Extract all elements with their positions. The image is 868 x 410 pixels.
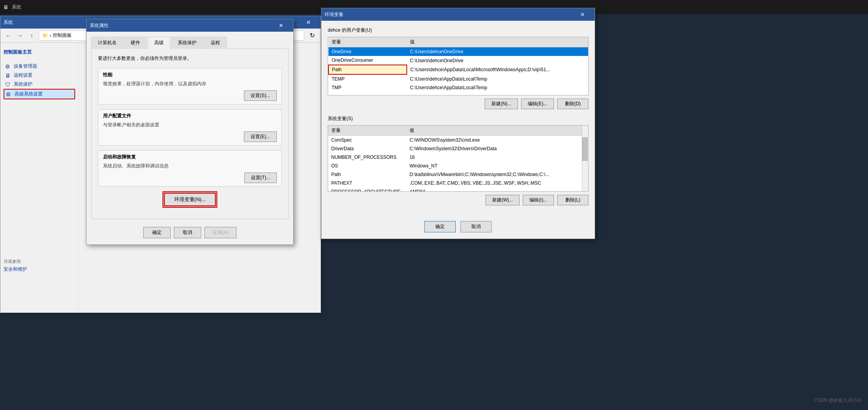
sys-var-value-1[interactable]: C:\Windows\System32\Drivers\DriverData [406, 144, 588, 153]
sys-props-controls: ✕ [272, 19, 290, 32]
startup-label: 启动和故障恢复 [103, 154, 277, 160]
sys-props-close[interactable]: ✕ [272, 19, 290, 32]
performance-settings-button[interactable]: 设置(S)... [244, 90, 277, 101]
user-var-value-4[interactable]: C:\Users\dehce\AppData\Local\Temp [407, 83, 588, 92]
see-also-title: 另请参阅 [4, 259, 318, 264]
close-button[interactable]: ✕ [300, 16, 318, 29]
see-also-security[interactable]: 安全和维护 [4, 266, 318, 273]
up-button[interactable]: ↑ [27, 31, 36, 40]
cp-sidebar: 控制面板主页 ⚙ 设备管理器 🖥 远程设置 🛡 系统保护 ⚙ 高级系统设置 [0, 43, 79, 313]
sys-vars-scrollbar-thumb[interactable] [582, 137, 588, 161]
sidebar-item-label: 远程设置 [14, 72, 32, 79]
user-var-name-2[interactable]: Path [328, 65, 407, 74]
env-ok-button[interactable]: 确定 [424, 221, 456, 232]
watermark: CSDN @@嵌入式小白 [814, 397, 862, 404]
performance-section: 性能 视觉效果，处理器计划，内存使用，以及虚拟内存 设置(S)... [98, 68, 282, 104]
sys-vars-scrollbar[interactable] [582, 126, 588, 191]
env-dialog-footer: 确定 取消 [321, 218, 595, 239]
sys-vars-col-name: 变量 [328, 126, 406, 136]
performance-desc: 视觉效果，处理器计划，内存使用，以及虚拟内存 [103, 81, 277, 87]
system-properties-dialog: 系统属性 ✕ 计算机名 硬件 高级 系统保护 [86, 19, 294, 245]
env-dialog-close[interactable]: ✕ [574, 8, 592, 21]
sidebar-item-device-manager[interactable]: ⚙ 设备管理器 [4, 62, 75, 71]
sys-var-value-5[interactable]: .COM;.EXE;.BAT;.CMD;.VBS;.VBE;.JS;.JSE;.… [406, 179, 588, 187]
sys-var-value-3[interactable]: Windows_NT [406, 162, 588, 170]
user-var-value-0[interactable]: C:\Users\dehce\OneDrive [407, 47, 588, 56]
see-also-section: 另请参阅 安全和维护 [4, 259, 318, 273]
sys-vars-title: 系统变量(S) [328, 115, 588, 122]
user-vars-edit-button[interactable]: 编辑(E)... [521, 99, 554, 109]
tab-advanced[interactable]: 高级 [148, 37, 170, 49]
sys-props-apply-button[interactable]: 应用(A) [204, 227, 236, 238]
sys-var-row-4[interactable]: PathD:\kaifa\linux\VMware\bin\;C:\Window… [328, 170, 588, 179]
advanced-settings-icon: ⚙ [6, 91, 12, 97]
sys-var-value-4[interactable]: D:\kaifa\linux\VMware\bin\;C:\Windows\sy… [406, 170, 588, 179]
sys-var-name-5[interactable]: PATHEXT [328, 179, 406, 187]
sys-var-value-6[interactable]: AMD64 [406, 187, 588, 192]
sidebar-item-label: 设备管理器 [14, 63, 37, 70]
sys-props-cancel-button[interactable]: 取消 [174, 227, 201, 238]
sys-var-name-0[interactable]: ComSpec [328, 136, 406, 145]
sys-vars-new-button[interactable]: 新建(W)... [485, 195, 520, 205]
user-var-row-3[interactable]: TEMPC:\Users\dehce\AppData\Local\Temp [328, 74, 588, 83]
sys-var-name-1[interactable]: DriverData [328, 144, 406, 153]
breadcrumb-icon: 📁 [42, 33, 48, 38]
user-var-name-1[interactable]: OneDriveConsumer [328, 56, 407, 65]
user-var-value-3[interactable]: C:\Users\dehce\AppData\Local\Temp [407, 74, 588, 83]
tab-remote[interactable]: 远程 [204, 37, 227, 49]
sidebar-item-advanced-settings[interactable]: ⚙ 高级系统设置 [4, 89, 75, 99]
user-var-row-2[interactable]: PathC:\Users\dehce\AppData\Local\Microso… [328, 65, 588, 74]
sys-var-row-1[interactable]: DriverDataC:\Windows\System32\Drivers\Dr… [328, 144, 588, 153]
sys-vars-edit-button[interactable]: 编辑(I)... [523, 195, 554, 205]
environment-variables-button[interactable]: 环境变量(N)... [164, 193, 216, 206]
sys-var-row-0[interactable]: ComSpecC:\WINDOWS\system32\cmd.exe [328, 136, 588, 145]
user-var-row-0[interactable]: OneDriveC:\Users\dehce\OneDrive [328, 47, 588, 56]
sys-var-value-2[interactable]: 16 [406, 153, 588, 162]
sys-props-ok-button[interactable]: 确定 [143, 227, 171, 238]
sys-props-tabs: 计算机名 硬件 高级 系统保护 远程 [91, 36, 289, 49]
user-vars-delete-button[interactable]: 删除(D) [557, 99, 588, 109]
sys-var-name-6[interactable]: PROCESSOR_ARCHITECTURE [328, 187, 406, 192]
sys-props-titlebar: 系统属性 ✕ [87, 19, 293, 32]
env-cancel-button[interactable]: 取消 [460, 221, 492, 232]
user-var-name-3[interactable]: TEMP [328, 74, 407, 83]
tab-system-protection[interactable]: 系统保护 [171, 37, 203, 49]
user-vars-new-button[interactable]: 新建(N)... [485, 99, 518, 109]
sys-var-name-2[interactable]: NUMBER_OF_PROCESSORS [328, 153, 406, 162]
user-var-value-1[interactable]: C:\Users\dehce\OneDrive [407, 56, 588, 65]
sys-var-name-4[interactable]: Path [328, 170, 406, 179]
user-profile-settings-button[interactable]: 设置(E)... [244, 131, 277, 142]
sys-var-row-3[interactable]: OSWindows_NT [328, 162, 588, 170]
admin-notice: 要进行大多数更改，你必须作为管理员登录。 [98, 55, 282, 62]
back-button[interactable]: ← [4, 31, 13, 40]
sidebar-item-label: 系统保护 [14, 81, 32, 88]
sidebar-item-remote-settings[interactable]: 🖥 远程设置 [4, 71, 75, 80]
user-var-name-4[interactable]: TMP [328, 83, 407, 92]
sys-var-name-3[interactable]: OS [328, 162, 406, 170]
sidebar-main-title[interactable]: 控制面板主页 [4, 49, 75, 56]
user-var-row-4[interactable]: TMPC:\Users\dehce\AppData\Local\Temp [328, 83, 588, 92]
sidebar-item-label: 高级系统设置 [14, 91, 43, 97]
tab-computer-name[interactable]: 计算机名 [91, 37, 123, 49]
user-var-name-0[interactable]: OneDrive [328, 47, 407, 56]
forward-button[interactable]: → [15, 31, 25, 40]
sys-var-row-6[interactable]: PROCESSOR_ARCHITECTUREAMD64 [328, 187, 588, 192]
startup-desc: 系统启动、系统故障和调试信息 [103, 163, 277, 169]
sys-var-row-2[interactable]: NUMBER_OF_PROCESSORS16 [328, 153, 588, 162]
user-profile-desc: 与登录帐户相关的桌面设置 [103, 122, 277, 128]
breadcrumb-text: 控制面板 [53, 32, 72, 39]
env-dialog-title: 环境变量 [325, 11, 574, 18]
sys-vars-delete-button[interactable]: 删除(L) [557, 195, 588, 205]
sys-var-row-5[interactable]: PATHEXT.COM;.EXE;.BAT;.CMD;.VBS;.VBE;.JS… [328, 179, 588, 187]
env-dialog-titlebar: 环境变量 ✕ [321, 8, 595, 21]
user-var-value-2[interactable]: C:\Users\dehce\AppData\Local\Microsoft\W… [407, 65, 588, 74]
refresh-button[interactable]: ↻ [307, 30, 318, 41]
user-vars-actions: 新建(N)... 编辑(E)... 删除(D) [328, 99, 588, 109]
sys-var-value-0[interactable]: C:\WINDOWS\system32\cmd.exe [406, 136, 588, 145]
sys-props-footer: 确定 取消 应用(A) [87, 224, 293, 245]
tab-hardware[interactable]: 硬件 [124, 37, 147, 49]
sidebar-item-system-protection[interactable]: 🛡 系统保护 [4, 80, 75, 89]
startup-settings-button[interactable]: 设置(T)... [244, 173, 277, 183]
user-var-row-1[interactable]: OneDriveConsumerC:\Users\dehce\OneDrive [328, 56, 588, 65]
sys-vars-col-value: 值 [406, 126, 588, 136]
